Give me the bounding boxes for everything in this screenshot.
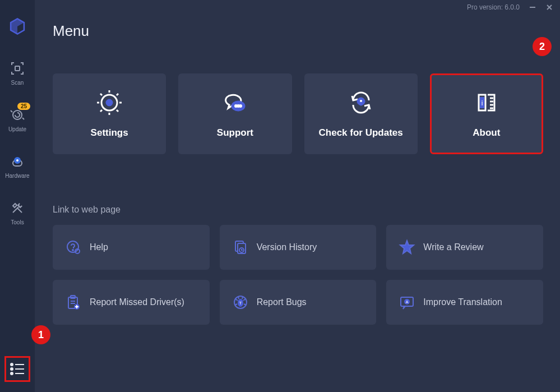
check-updates-icon	[348, 89, 374, 116]
sidebar-item-label: Update	[8, 126, 26, 132]
card-grid: Settings Support	[53, 73, 543, 154]
link-improve-translation[interactable]: A Improve Translation	[386, 280, 543, 325]
sidebar-item-label: Scan	[11, 80, 24, 86]
titlebar: Pro version: 6.0.0	[467, 3, 553, 11]
link-label: Report Bugs	[257, 297, 307, 307]
sidebar-item-update[interactable]: 25 Update	[0, 107, 35, 132]
link-label: Write a Review	[423, 242, 483, 252]
link-label: Improve Translation	[423, 297, 502, 307]
link-write-review[interactable]: Write a Review	[386, 225, 543, 270]
page-title: Menu	[53, 22, 543, 40]
svg-point-17	[107, 100, 112, 105]
link-report-bugs[interactable]: T Report Bugs	[220, 280, 377, 325]
sidebar-item-hardware[interactable]: Hardware	[0, 154, 35, 179]
svg-point-21	[240, 105, 242, 107]
minimize-button[interactable]	[529, 3, 536, 11]
card-label: About	[473, 127, 500, 139]
settings-icon	[96, 89, 123, 116]
svg-text:i: i	[482, 99, 483, 107]
section-title: Link to web page	[53, 205, 543, 215]
svg-point-22	[360, 100, 362, 102]
scan-icon	[10, 61, 25, 76]
version-history-icon	[232, 239, 249, 256]
star-icon	[399, 239, 415, 256]
card-check-updates[interactable]: Check for Updates	[304, 73, 418, 154]
bug-icon: T	[232, 294, 249, 311]
link-report-missed-drivers[interactable]: Report Missed Driver(s)	[53, 280, 210, 325]
link-grid: Help Version History Write a Review	[53, 225, 543, 325]
sidebar-item-tools[interactable]: Tools	[0, 200, 35, 225]
svg-point-30	[72, 250, 73, 251]
tools-icon	[10, 200, 25, 216]
card-about[interactable]: i About	[430, 73, 543, 154]
update-badge: 25	[17, 103, 30, 110]
hardware-icon	[10, 154, 25, 169]
link-label: Help	[90, 242, 108, 252]
app-logo-icon	[8, 17, 27, 36]
svg-rect-2	[15, 66, 20, 71]
svg-point-6	[16, 159, 18, 162]
sidebar: Scan 25 Update Hardware	[0, 0, 35, 392]
annotation-2: 2	[533, 37, 552, 56]
sidebar-item-label: Hardware	[5, 173, 29, 179]
card-label: Support	[217, 127, 253, 139]
main-area: Pro version: 6.0.0 Menu Settings	[35, 0, 560, 392]
report-driver-icon	[65, 294, 82, 311]
sidebar-item-label: Tools	[11, 219, 24, 225]
help-icon	[65, 239, 82, 256]
svg-text:A: A	[406, 300, 409, 304]
support-icon	[221, 89, 248, 116]
svg-marker-35	[400, 241, 414, 253]
translation-icon: A	[399, 294, 415, 311]
menu-list-icon	[8, 360, 26, 378]
menu-button[interactable]	[4, 356, 30, 382]
card-settings[interactable]: Settings	[53, 73, 166, 154]
close-button[interactable]	[545, 3, 553, 11]
about-icon: i	[473, 89, 500, 116]
svg-point-3	[13, 110, 22, 119]
svg-text:T: T	[239, 301, 242, 306]
svg-point-9	[11, 368, 13, 370]
card-support[interactable]: Support	[178, 73, 291, 154]
link-label: Version History	[257, 242, 317, 252]
link-label: Report Missed Driver(s)	[90, 297, 184, 307]
link-help[interactable]: Help	[53, 225, 210, 270]
link-version-history[interactable]: Version History	[220, 225, 377, 270]
annotation-1: 1	[31, 325, 50, 344]
card-label: Check for Updates	[319, 127, 403, 139]
version-text: Pro version: 6.0.0	[467, 3, 520, 11]
svg-point-11	[11, 372, 13, 375]
sidebar-item-scan[interactable]: Scan	[0, 61, 35, 86]
card-label: Settings	[91, 127, 128, 139]
svg-point-7	[11, 363, 13, 366]
